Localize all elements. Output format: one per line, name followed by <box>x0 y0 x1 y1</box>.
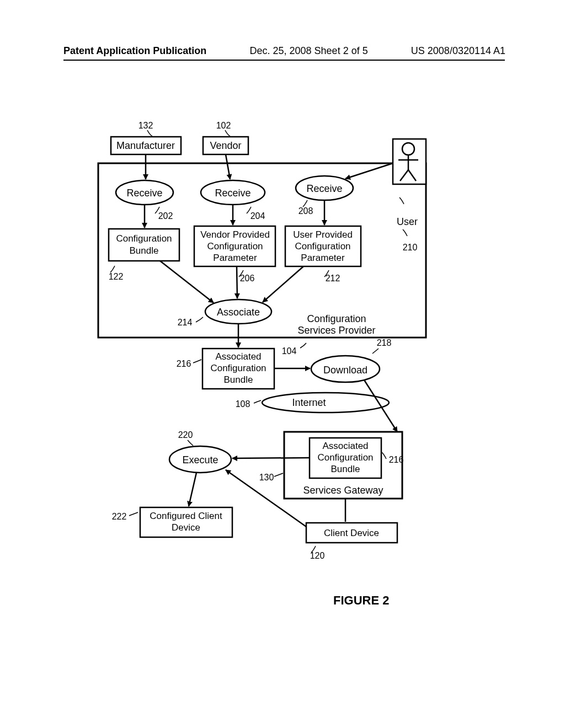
ref-130-leader <box>274 473 283 477</box>
ref-216a: 216 <box>177 359 191 368</box>
ref-108: 108 <box>236 399 250 409</box>
ref-132: 132 <box>138 121 153 130</box>
ref-214-leader <box>196 317 203 322</box>
assoc-bundle-line2: Configuration <box>210 363 266 373</box>
gateway-label: Services Gateway <box>303 485 383 496</box>
ref-104: 104 <box>282 346 297 356</box>
ref-132-leader <box>147 130 152 136</box>
assoc-bundle2-line2: Configuration <box>317 452 373 463</box>
ref-222: 222 <box>112 512 127 521</box>
ref-216a-leader <box>193 360 201 363</box>
arrow-vp-assoc <box>237 266 237 298</box>
configured-client-line1: Configured Client <box>150 511 222 521</box>
user-box <box>393 139 426 184</box>
arrow-acb2-execute <box>232 458 310 458</box>
csp-line2: Services Provider <box>297 325 375 336</box>
vendor-text: Vendor <box>210 140 241 151</box>
ref-220-leader <box>188 440 193 446</box>
ref-210: 210 <box>403 243 418 252</box>
diagram-svg: Manufacturer 132 Vendor 102 User 210 Rec… <box>0 0 565 728</box>
assoc-bundle-line3: Bundle <box>224 374 253 385</box>
client-device-text: Client Device <box>324 528 379 538</box>
user-label: User <box>397 216 418 227</box>
ref-102-leader <box>225 130 230 136</box>
page: Patent Application Publication Dec. 25, … <box>0 0 565 728</box>
receive2-text: Receive <box>215 188 250 199</box>
arrow-user-receive3 <box>345 163 393 179</box>
user-param-line3: Parameter <box>301 253 345 263</box>
ref-210-leader <box>403 229 407 236</box>
figure-caption: FIGURE 2 <box>333 593 389 608</box>
assoc-bundle2-line3: Bundle <box>331 464 360 474</box>
arrow-up-assoc <box>263 266 303 302</box>
ref-108-leader <box>254 400 261 403</box>
arrow-vendor-receive2 <box>226 154 230 179</box>
ref-120: 120 <box>310 551 325 560</box>
ref-102: 102 <box>216 121 231 130</box>
ref-218-leader <box>372 349 379 354</box>
ref-122: 122 <box>109 272 124 281</box>
ref-214: 214 <box>178 318 193 327</box>
ref-220: 220 <box>178 430 193 440</box>
user-param-line2: Configuration <box>295 241 350 251</box>
vendor-param-line3: Parameter <box>213 253 257 263</box>
ref-216b-leader <box>382 452 386 459</box>
manufacturer-text: Manufacturer <box>116 140 175 151</box>
vendor-param-line2: Configuration <box>207 241 263 251</box>
ref-212: 212 <box>326 274 340 283</box>
ref-204: 204 <box>250 211 265 221</box>
assoc-bundle-line1: Associated <box>215 351 261 362</box>
ref-208: 208 <box>299 206 313 216</box>
ref-130: 130 <box>259 473 274 482</box>
ref-222-leader <box>129 512 138 516</box>
internet-text: Internet <box>292 397 326 408</box>
arrow-execute-configured <box>189 473 196 506</box>
vendor-param-line1: Vendor Provided <box>200 229 270 240</box>
user-param-line1: User Provided <box>293 229 353 240</box>
ref-104-leader <box>300 343 306 348</box>
user-leader <box>399 197 404 204</box>
receive1-text: Receive <box>126 188 162 199</box>
receive3-text: Receive <box>306 183 342 194</box>
configured-client-line2: Device <box>172 522 200 533</box>
arrow-cb-assoc <box>160 261 214 303</box>
assoc-bundle2-line1: Associated <box>322 441 368 451</box>
ref-206: 206 <box>240 274 255 283</box>
ref-216b: 216 <box>389 455 404 464</box>
config-bundle-line1: Configuration <box>116 233 172 244</box>
ref-202: 202 <box>158 211 173 221</box>
execute-text: Execute <box>182 454 218 465</box>
ref-218: 218 <box>377 338 392 347</box>
csp-line1: Configuration <box>307 313 366 324</box>
download-text: Download <box>323 365 367 376</box>
config-bundle-line2: Bundle <box>130 245 159 256</box>
associate-text: Associate <box>217 307 260 318</box>
